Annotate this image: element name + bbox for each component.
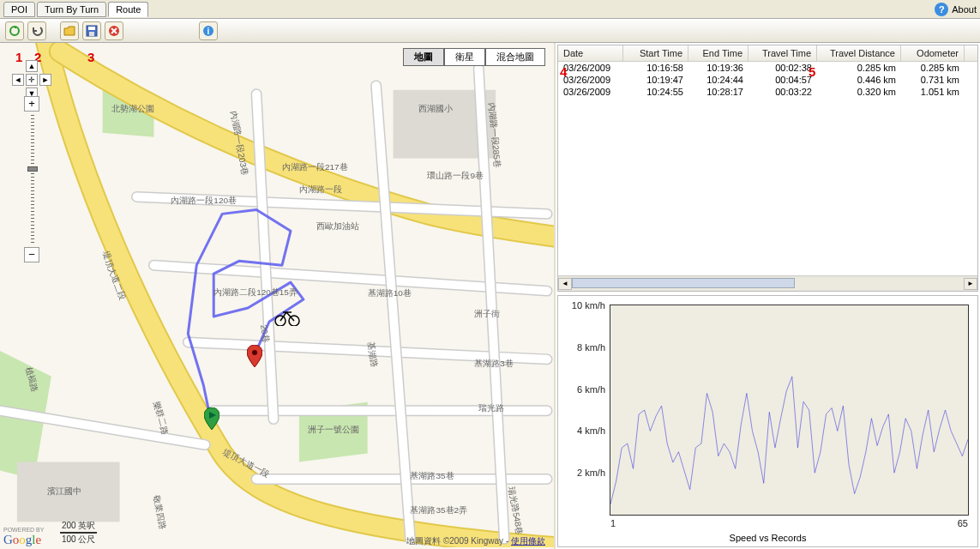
svg-rect-3	[89, 32, 94, 36]
ytick: 4 km/h	[577, 425, 610, 436]
cell-odo: 0.285 km	[901, 62, 965, 74]
cell-start: 10:24:55	[623, 86, 688, 98]
svg-point-39	[252, 350, 257, 355]
col-date[interactable]: Date	[558, 45, 623, 61]
cell-start: 10:16:58	[623, 62, 688, 74]
help-icon: ?	[935, 3, 948, 16]
chart-xlabel: Speed vs Records	[730, 533, 807, 543]
svg-text:基湖路10巷: 基湖路10巷	[368, 288, 412, 298]
svg-text:內湖路一段: 內湖路一段	[299, 184, 342, 194]
cell-date: 03/26/2009	[558, 86, 623, 98]
scroll-left-button[interactable]: ◄	[558, 278, 572, 290]
tab-turn-by-turn[interactable]: Turn By Turn	[37, 2, 106, 17]
google-logo: POWERED BY Google	[3, 527, 44, 547]
about-button[interactable]: ? About	[935, 3, 977, 16]
svg-text:環山路一段9巷: 環山路一段9巷	[427, 171, 484, 180]
pin-end-icon	[247, 345, 262, 367]
bike-icon	[274, 309, 300, 326]
scroll-track[interactable]	[572, 278, 964, 290]
cell-travel: 00:03:22	[749, 86, 817, 98]
ytick: 10 km/h	[572, 300, 610, 311]
cell-end: 10:19:36	[688, 62, 749, 74]
cell-end: 10:28:17	[688, 86, 749, 98]
map-pane[interactable]: 北勢湖公園 西湖國小 西歐加油站 洲子一號公園 濱江國中 內湖路一段 內湖路一段…	[0, 43, 556, 549]
pan-center-button[interactable]: ✛	[26, 74, 38, 86]
zoom-slider-track[interactable]	[31, 115, 34, 244]
save-button[interactable]	[82, 21, 101, 40]
pan-left-button[interactable]: ◄	[12, 74, 24, 86]
table-row[interactable]: 03/26/200910:16:5810:19:3600:02:380.285 …	[558, 62, 977, 74]
cell-travel: 00:04:57	[749, 74, 817, 86]
map-type-satellite[interactable]: 衛星	[444, 48, 485, 66]
cell-dist: 0.285 km	[817, 62, 901, 74]
svg-text:濱江國中: 濱江國中	[47, 486, 81, 496]
scroll-right-button[interactable]: ►	[964, 278, 977, 290]
open-button[interactable]	[60, 21, 79, 40]
table-body: 03/26/200910:16:5810:19:3600:02:380.285 …	[558, 62, 977, 98]
xtick: 1	[610, 515, 616, 528]
refresh-button[interactable]	[5, 21, 24, 40]
svg-text:內湖路二段120巷15弄: 內湖路二段120巷15弄	[213, 287, 298, 297]
chart-plot-area[interactable]: 2 km/h4 km/h6 km/h8 km/h10 km/h165	[610, 305, 969, 516]
col-start-time[interactable]: Start Time	[623, 45, 688, 61]
map-pan-control: ▲ ◄ ✛ ► ▼	[12, 63, 53, 94]
svg-text:北勢湖公園: 北勢湖公園	[111, 104, 154, 113]
cell-odo: 0.731 km	[901, 74, 965, 86]
map-type-hybrid[interactable]: 混合地圖	[485, 48, 545, 66]
table-row[interactable]: 03/26/200910:19:4710:24:4400:04:570.446 …	[558, 74, 977, 86]
col-travel-time[interactable]: Travel Time	[749, 45, 817, 61]
overlay-1: 1	[15, 50, 22, 64]
map-type-selector: 地圖 衛星 混合地圖	[403, 48, 545, 66]
col-odometer[interactable]: Odometer	[901, 45, 965, 61]
svg-text:洲子一號公園: 洲子一號公園	[308, 425, 359, 434]
track-table: 4 5 Date Start Time End Time Travel Time…	[557, 45, 978, 292]
pan-right-button[interactable]: ►	[39, 74, 51, 86]
top-tab-bar: POI Turn By Turn Route ? About	[0, 0, 980, 19]
overlay-5: 5	[809, 64, 815, 79]
map-zoom-control: + −	[24, 96, 41, 264]
svg-text:洲子街: 洲子街	[474, 309, 500, 318]
zoom-in-button[interactable]: +	[24, 96, 39, 112]
cell-odo: 1.051 km	[901, 86, 965, 98]
svg-rect-2	[88, 27, 95, 30]
zoom-out-button[interactable]: −	[24, 247, 39, 262]
ytick: 2 km/h	[577, 468, 610, 478]
zoom-slider-thumb[interactable]	[27, 166, 38, 172]
svg-text:基湖路35巷: 基湖路35巷	[411, 471, 454, 480]
undo-button[interactable]	[27, 21, 46, 40]
xtick: 65	[958, 515, 968, 528]
map-type-map[interactable]: 地圖	[403, 48, 444, 66]
pan-up-button[interactable]: ▲	[26, 60, 38, 72]
svg-text:西歐加油站: 西歐加油站	[316, 221, 359, 231]
speed-chart: 6 2 km/h4 km/h6 km/h8 km/h10 km/h165 Spe…	[557, 295, 978, 547]
delete-button[interactable]	[105, 21, 123, 40]
terms-link[interactable]: 使用條款	[511, 536, 545, 546]
ytick: 8 km/h	[577, 342, 610, 353]
cell-dist: 0.446 km	[817, 74, 901, 86]
svg-text:內湖路一段217巷: 內湖路一段217巷	[282, 162, 348, 172]
pin-start-icon	[204, 407, 219, 430]
svg-text:基湖路35巷2弄: 基湖路35巷2弄	[411, 505, 468, 515]
about-label: About	[952, 4, 977, 15]
map-canvas: 北勢湖公園 西湖國小 西歐加油站 洲子一號公園 濱江國中 內湖路一段 內湖路一段…	[0, 43, 554, 547]
info-button[interactable]: i	[199, 21, 218, 40]
col-end-time[interactable]: End Time	[688, 45, 749, 61]
cell-start: 10:19:47	[623, 74, 688, 86]
map-credit: 地圖資料 ©2009 Kingway - 使用條款	[406, 535, 545, 547]
toolbar: i	[0, 19, 980, 43]
table-hscroll: ◄ ►	[558, 275, 977, 291]
map-scale: 200 英呎 100 公尺	[60, 520, 97, 546]
cell-dist: 0.320 km	[817, 86, 901, 98]
col-travel-distance[interactable]: Travel Distance	[817, 45, 901, 61]
svg-text:瑞光路: 瑞光路	[478, 403, 504, 413]
overlay-3: 3	[87, 50, 94, 64]
scroll-thumb[interactable]	[572, 278, 795, 288]
cell-date: 03/26/2009	[558, 62, 623, 74]
tab-poi[interactable]: POI	[3, 2, 35, 17]
tab-route[interactable]: Route	[108, 2, 148, 17]
svg-text:西湖國小: 西湖國小	[418, 104, 453, 113]
svg-text:基湖路3巷: 基湖路3巷	[474, 359, 514, 368]
svg-text:i: i	[207, 27, 210, 36]
table-row[interactable]: 03/26/200910:24:5510:28:1700:03:220.320 …	[558, 86, 977, 98]
svg-text:內湖路一段120巷: 內湖路一段120巷	[171, 196, 237, 205]
